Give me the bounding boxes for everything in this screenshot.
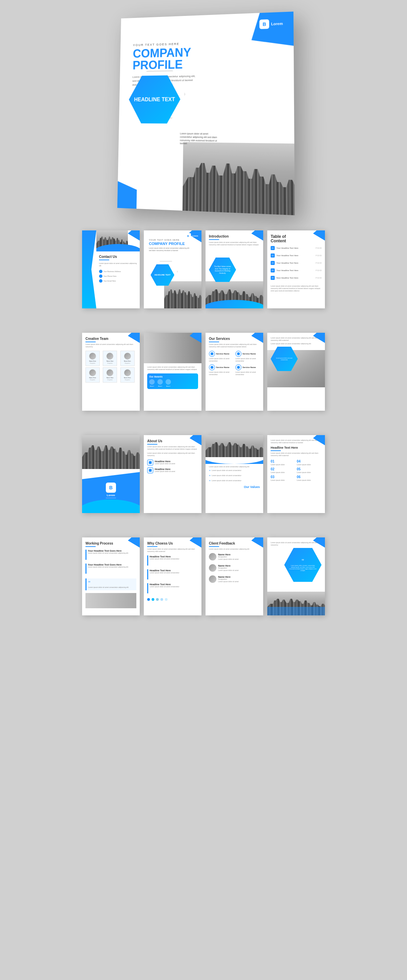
hn-lorem: Lorem ipsum dolor sit amet consectetur a… [271, 439, 322, 444]
why-item-2: Headline Text Here Lorem ipsum dolor sit… [147, 569, 198, 579]
city-background [182, 142, 295, 216]
toc-item-4: 04 Your Headline Text Here P 02-03 [271, 268, 322, 272]
city-logo-icon: B [106, 482, 116, 493]
cover-title-line2: PROFILE [132, 58, 197, 72]
icon-shape-2 [149, 469, 152, 472]
why-d-1: Lorem ipsum dolor sit amet consectetur [150, 558, 198, 560]
process-quote: " Lorem ipsum dolor sit amet consectetur… [85, 578, 136, 590]
values-lorem: Lorem ipsum dolor sit amet consectetur a… [209, 466, 260, 468]
award-icon-3 [166, 379, 171, 385]
city-logo-name: Lorem [107, 494, 115, 497]
why-d-2: Lorem ipsum dolor sit amet consectetur [150, 572, 198, 574]
fb-avatar-1 [209, 553, 216, 560]
intro-quote: The Best Value comes from The Integrity … [212, 265, 233, 274]
contact-blue-left [82, 231, 96, 309]
toc-label-3: Your Headline Text Nore [276, 262, 314, 264]
logo-b: B [185, 233, 191, 239]
headline-mini: HEADLINE TEXT [154, 274, 171, 276]
why-dots [147, 598, 198, 601]
fb-name-1: Name Here [218, 554, 260, 556]
city-bg-mini [164, 281, 201, 309]
fb-city-bottom [267, 592, 325, 616]
award-icon-1 [149, 379, 155, 385]
cover-small-text: Lorem ipsum dolor sit amet consectetur a… [180, 132, 220, 146]
fb-text-1: Name Here Designation Lorem ipsum dolor … [218, 554, 260, 560]
hn-num-02: 02 [271, 467, 295, 471]
service-desc-3: Lorem ipsum dolor sit amet consectetur [209, 371, 233, 376]
dot-4 [160, 598, 163, 601]
toc-num-2: 02 [271, 253, 275, 258]
intro-city [206, 281, 263, 309]
why-h-3: Headline Text Here [150, 583, 198, 585]
hn-lorem2: Lorem ipsum dolor sit amet consectetur a… [271, 452, 322, 457]
about-item-1: Headline Here Lorem ipsum dolor sit amet [147, 460, 198, 466]
quote-mark-3: " [209, 479, 211, 484]
about-h-2: Headline Here [155, 468, 198, 470]
awards-page: Lorem ipsum dolor sit amet consectetur a… [144, 333, 201, 411]
cover-page: B Lorem Your Text Goes Here COMPANY PROF… [117, 11, 295, 215]
service-name-1: Service Name [216, 353, 229, 355]
values-wave-bg [206, 457, 263, 464]
services-image-page: Lorem ipsum dolor sit amet consectetur a… [267, 333, 325, 411]
team-grid: Name Here Designation Name Here Designat… [85, 351, 136, 383]
process-quote-mark: " [88, 580, 91, 586]
hn-num-05: 05 [297, 467, 322, 471]
city-bg-3 [82, 435, 140, 469]
step-1-content: Your Headline Text Goes Here Lorem ipsum… [88, 550, 136, 554]
team-title: Creative Team [85, 337, 136, 340]
dot-5 [165, 598, 168, 601]
service-1: Service Name Lorem ipsum dolor sit amet … [209, 351, 233, 362]
toc-label-5: New Headline Text Here [276, 277, 314, 279]
fb-card-3: Name Here Designation Lorem ipsum dolor … [209, 575, 260, 583]
toc-content: Table ofContent 01 Your Headline Text He… [267, 231, 325, 296]
hn-num-04: 04 [297, 460, 322, 463]
fb-text-2: Name Here Designation Lorem ipsum dolor … [218, 565, 260, 572]
hn-desc-01: Lorem ipsum dolor [271, 464, 295, 466]
toc-num-5: 05 [271, 276, 275, 280]
dot-1 [147, 598, 150, 601]
about-items: Headline Here Lorem ipsum dolor sit amet… [147, 460, 198, 473]
service-header-3: Service Name [209, 364, 233, 371]
about-d-1: Lorem ipsum dolor sit amet [155, 463, 198, 465]
blue-bottom: B Lorem Lorem Ipsum [82, 469, 140, 513]
pages-row-4: Working Process Your Headline Text Goes … [82, 538, 325, 616]
toc-desc: Lorem ipsum dolor sit amet consectetur a… [271, 285, 322, 292]
svc-img-lorem1: Lorem ipsum dolor sit amet consectetur a… [271, 337, 322, 342]
fb-name-3: Name Here [218, 576, 260, 578]
fb-card-1: Name Here Designation Lorem ipsum dolor … [209, 553, 260, 560]
about-icon-2 [147, 467, 153, 473]
avatar-3 [124, 353, 131, 360]
about-title: About Us [147, 439, 198, 443]
addr-icon [99, 270, 102, 273]
city-logo-page: B Lorem Lorem Ipsum [82, 435, 140, 513]
quote-mark-1: " [209, 469, 211, 473]
toc-num-1: 01 [271, 246, 275, 250]
hn-desc-03: Lorem ipsum dolor [271, 479, 295, 482]
hn-desc-02: Lorem ipsum dolor [271, 471, 295, 474]
svc-hex-text: Lorem ipsum dolor sit amet consectetur [271, 355, 298, 363]
process-title: Working Process [85, 541, 136, 545]
logo-divider [106, 498, 116, 498]
hn-content: Lorem ipsum dolor sit amet consectetur a… [267, 435, 325, 485]
award-label-3: Award [166, 385, 170, 387]
hn-num-06: 06 [297, 475, 322, 479]
cover-bottom-left [117, 181, 150, 209]
awards-lorem: Lorem ipsum dolor sit amet consectetur a… [147, 366, 198, 371]
why-title: Why Choess Us [147, 541, 198, 545]
awards-box: Our Awards Award Award Award [147, 374, 198, 389]
team-line [85, 342, 96, 342]
contact-addr: Your Business Address [99, 270, 138, 273]
fb-hex: " Lorem ipsum dolor sit amet, consectetu… [284, 548, 322, 582]
avatar-5 [107, 369, 113, 376]
why-text-3: Headline Text Here Lorem ipsum dolor sit… [150, 583, 198, 588]
values-quotes: " Lorem ipsum dolor sit amet consectetur… [209, 469, 260, 484]
name-6: Name Here [124, 377, 131, 379]
city-logo: B Lorem Lorem Ipsum [106, 482, 116, 501]
fb-role-1: Designation [218, 556, 260, 558]
service-icon-2 [235, 351, 241, 357]
step-1-title: Your Headline Text Goes Here [88, 550, 136, 552]
dot-3 [156, 598, 159, 601]
why-h-1: Headline Text Here [150, 555, 198, 558]
pages-row-3: B Lorem Lorem Ipsum About Us Lorem ipsum… [82, 435, 325, 513]
service-name-2: Service Name [243, 353, 256, 355]
